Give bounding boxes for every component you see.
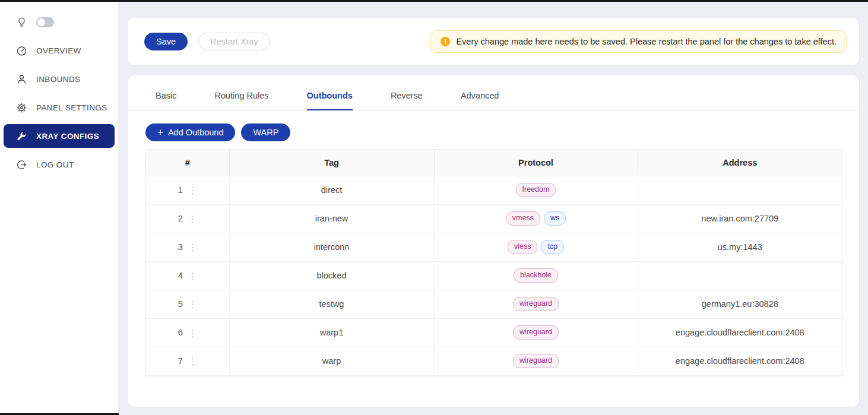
row-tag-cell: iran-new: [229, 204, 434, 233]
tab-bar: Basic Routing Rules Outbounds Reverse Ad…: [128, 75, 859, 110]
restart-xray-button[interactable]: Restart Xray: [198, 33, 270, 50]
table-row: 3 ⋮ interconn vlesstcp us.my:1443: [146, 233, 842, 261]
sidebar-item-overview[interactable]: OVERVIEW: [4, 39, 115, 62]
warp-button[interactable]: WARP: [241, 123, 290, 141]
row-number: 6: [178, 328, 183, 337]
row-tag-cell: warp: [229, 347, 434, 375]
row-address-cell: germany1.eu:30828: [638, 290, 842, 318]
warning-alert: ! Every change made here needs to be sav…: [430, 30, 847, 53]
row-address-cell: engage.cloudflareclient.com:2408: [638, 318, 842, 347]
column-header-tag: Tag: [229, 150, 434, 176]
row-number: 5: [178, 299, 183, 309]
row-tag-cell: warp1: [229, 318, 434, 347]
protocol-badge-vless: vless: [508, 240, 537, 254]
row-number: 2: [178, 214, 183, 223]
tab-routing-rules[interactable]: Routing Rules: [214, 91, 268, 110]
row-number-cell: 7 ⋮: [146, 347, 229, 375]
row-number-cell: 1 ⋮: [146, 176, 229, 204]
dark-mode-toggle[interactable]: [36, 17, 54, 27]
row-tag-cell: blocked: [229, 261, 434, 290]
wrench-icon: [15, 130, 27, 142]
row-number-cell: 2 ⋮: [146, 204, 229, 233]
row-protocol-cell: freedom: [434, 176, 638, 204]
toolbar-card: Save Restart Xray ! Every change made he…: [128, 18, 859, 65]
sidebar-item-label: XRAY CONFIGS: [36, 132, 99, 141]
sidebar-item-xray-configs[interactable]: XRAY CONFIGS: [4, 124, 115, 148]
table-actions: + Add Outbound WARP: [145, 123, 859, 141]
row-number-cell: 3 ⋮: [146, 233, 229, 261]
table-body: 1 ⋮ direct freedom 2 ⋮ iran-new vmessws …: [146, 176, 842, 375]
lightbulb-icon: [15, 16, 27, 28]
sidebar-item-label: PANEL SETTINGS: [36, 103, 107, 112]
save-button[interactable]: Save: [144, 33, 188, 50]
protocol-badge-ws: ws: [544, 211, 566, 226]
sidebar-item-log-out[interactable]: LOG OUT: [4, 153, 115, 176]
protocol-badge-wireguard: wireguard: [513, 354, 559, 368]
row-address-cell: [638, 176, 842, 204]
sidebar-item-panel-settings[interactable]: PANEL SETTINGS: [4, 96, 115, 119]
row-menu-handle-icon[interactable]: ⋮: [188, 357, 197, 366]
table-row: 1 ⋮ direct freedom: [146, 176, 842, 204]
row-number: 3: [178, 242, 183, 252]
row-protocol-cell: wireguard: [434, 318, 638, 347]
row-number: 7: [178, 356, 183, 366]
row-menu-handle-icon[interactable]: ⋮: [188, 328, 197, 337]
gear-icon: [15, 102, 27, 113]
sidebar-item-label: LOG OUT: [36, 160, 74, 169]
table-row: 2 ⋮ iran-new vmessws new.iran.com:27709: [146, 204, 842, 233]
row-tag-cell: interconn: [229, 233, 434, 261]
dashboard-icon: [15, 45, 27, 56]
column-header-address: Address: [638, 150, 842, 176]
row-menu-handle-icon[interactable]: ⋮: [188, 300, 197, 309]
row-address-cell: [638, 261, 842, 290]
row-number-cell: 5 ⋮: [146, 290, 229, 318]
protocol-badge-wireguard: wireguard: [513, 325, 559, 340]
row-menu-handle-icon[interactable]: ⋮: [188, 214, 197, 223]
protocol-badge-wireguard: wireguard: [513, 297, 559, 311]
row-address-cell: new.iran.com:27709: [638, 204, 842, 233]
row-menu-handle-icon[interactable]: ⋮: [188, 186, 197, 195]
row-address-cell: engage.cloudflareclient.com:2408: [638, 347, 842, 375]
user-icon: [15, 73, 27, 85]
tab-outbounds[interactable]: Outbounds: [307, 91, 353, 110]
exclamation-circle-icon: !: [441, 37, 450, 46]
row-menu-handle-icon[interactable]: ⋮: [188, 243, 197, 252]
row-protocol-cell: blackhole: [434, 261, 638, 290]
column-header-#: #: [146, 150, 229, 176]
protocol-badge-tcp: tcp: [541, 240, 564, 254]
sidebar-item-inbounds[interactable]: INBOUNDS: [4, 67, 115, 91]
row-protocol-cell: wireguard: [434, 290, 638, 318]
row-number-cell: 4 ⋮: [146, 261, 229, 290]
row-protocol-cell: wireguard: [434, 347, 638, 375]
outbounds-table: #TagProtocolAddress 1 ⋮ direct freedom 2…: [145, 149, 842, 376]
row-number-cell: 6 ⋮: [146, 318, 229, 347]
protocol-badge-freedom: freedom: [516, 183, 556, 197]
protocol-badge-vmess: vmess: [506, 211, 540, 226]
logout-icon: [15, 159, 27, 170]
tab-reverse[interactable]: Reverse: [391, 91, 423, 110]
warning-alert-text: Every change made here needs to be saved…: [456, 37, 837, 46]
table-row: 4 ⋮ blocked blackhole: [146, 261, 842, 290]
tab-basic[interactable]: Basic: [156, 91, 176, 110]
row-number: 1: [178, 185, 183, 195]
row-tag-cell: testwg: [229, 290, 434, 318]
sidebar-nav: OVERVIEW INBOUNDS PANEL SETTINGS XRAY CO…: [0, 39, 118, 176]
row-menu-handle-icon[interactable]: ⋮: [188, 271, 197, 280]
protocol-badge-blackhole: blackhole: [514, 268, 558, 283]
sidebar-item-label: OVERVIEW: [36, 46, 81, 55]
table-row: 7 ⋮ warp wireguard engage.cloudflareclie…: [146, 347, 842, 375]
theme-toggle-row: [4, 10, 115, 34]
add-outbound-label: Add Outbound: [168, 128, 224, 137]
column-header-protocol: Protocol: [434, 150, 638, 176]
row-address-cell: us.my:1443: [638, 233, 842, 261]
table-row: 5 ⋮ testwg wireguard germany1.eu:30828: [146, 290, 842, 318]
row-protocol-cell: vlesstcp: [434, 233, 638, 261]
add-outbound-button[interactable]: + Add Outbound: [145, 123, 235, 141]
row-tag-cell: direct: [229, 176, 434, 204]
window-top-edge: [0, 0, 868, 2]
tab-advanced[interactable]: Advanced: [461, 91, 499, 110]
row-number: 4: [178, 271, 183, 280]
sidebar: OVERVIEW INBOUNDS PANEL SETTINGS XRAY CO…: [0, 2, 119, 415]
plus-icon: +: [157, 127, 163, 137]
row-protocol-cell: vmessws: [434, 204, 638, 233]
